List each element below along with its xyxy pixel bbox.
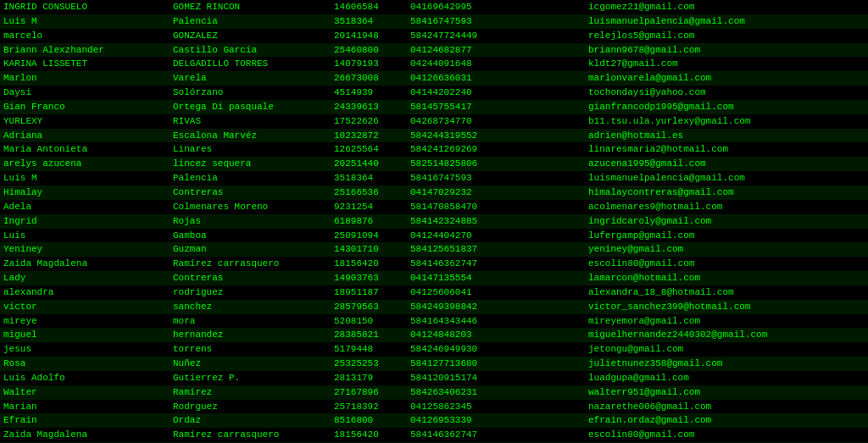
table-cell: 24339613 bbox=[331, 100, 407, 114]
table-cell: 04126636031 bbox=[407, 71, 509, 86]
table-cell bbox=[509, 0, 585, 14]
table-cell: miguel bbox=[0, 328, 170, 342]
table-cell: luismanuelpalencia@gmail.com bbox=[585, 14, 868, 29]
table-cell bbox=[509, 157, 585, 171]
table-cell: Maria Antonieta bbox=[0, 142, 170, 157]
table-cell bbox=[509, 186, 585, 200]
table-cell: Guzman bbox=[170, 242, 331, 257]
table-cell: 20251440 bbox=[331, 157, 407, 171]
table-cell: Walter bbox=[0, 385, 170, 400]
table-cell: ingridcaroly@gmail.com bbox=[585, 214, 868, 229]
table-cell: 582514825806 bbox=[407, 157, 509, 171]
table-cell: 04124404270 bbox=[407, 229, 509, 243]
table-row: MarianRodrguez2571839204125862345nazaret… bbox=[0, 400, 868, 414]
table-cell: 04169642995 bbox=[407, 0, 509, 14]
table-row: Luis MPalencia351836458416747593luismanu… bbox=[0, 14, 868, 29]
table-cell: Himalay bbox=[0, 186, 170, 200]
table-cell: 584247724449 bbox=[407, 29, 509, 43]
table-cell: lufergamp@gmail.com bbox=[585, 229, 868, 243]
table-cell: 584246949930 bbox=[407, 342, 509, 357]
table-row: Gian FrancoOrtega Di pasquale24339613581… bbox=[0, 100, 868, 114]
table-row: YenineyGuzman14301710584125651837yeniney… bbox=[0, 242, 868, 257]
table-cell bbox=[509, 71, 585, 86]
table-cell: 04125862345 bbox=[407, 400, 509, 414]
table-cell: Rosa bbox=[0, 357, 170, 371]
table-cell: Rodrguez bbox=[170, 400, 331, 414]
table-cell: 2813179 bbox=[331, 371, 407, 385]
table-cell: 28579563 bbox=[331, 300, 407, 314]
table-cell: Luis M bbox=[0, 14, 170, 29]
table-cell: escolin80@gmail.com bbox=[585, 257, 868, 271]
table-cell: nazarethe006@gmail.com bbox=[585, 400, 868, 414]
table-cell: luadgupa@gmail.com bbox=[585, 371, 868, 385]
table-row: LuisGamboa2509109404124404270lufergamp@g… bbox=[0, 229, 868, 243]
table-cell bbox=[509, 29, 585, 43]
table-cell: 584164343446 bbox=[407, 314, 509, 329]
table-cell bbox=[509, 413, 585, 428]
table-cell: linaresmaria2@hotmail.com bbox=[585, 142, 868, 157]
table-cell: 25166536 bbox=[331, 186, 407, 200]
data-table: INGRID CONSUELOGOMEZ RINCON1460658404169… bbox=[0, 0, 868, 443]
table-cell: rodriguez bbox=[170, 285, 331, 300]
table-row: jesustorrens5179448584246949930jetongu@g… bbox=[0, 342, 868, 357]
table-cell bbox=[509, 114, 585, 129]
table-cell: Marlon bbox=[0, 71, 170, 86]
table-cell: 5179448 bbox=[331, 342, 407, 357]
table-cell bbox=[509, 257, 585, 271]
table-cell bbox=[509, 271, 585, 285]
table-cell: 04144202240 bbox=[407, 86, 509, 100]
table-cell: Gamboa bbox=[170, 229, 331, 243]
table-cell bbox=[509, 171, 585, 186]
table-cell: Luis bbox=[0, 229, 170, 243]
table-cell: Solórzano bbox=[170, 86, 331, 100]
table-cell: victor bbox=[0, 300, 170, 314]
table-cell: walterr951@gmail.com bbox=[585, 385, 868, 400]
table-cell bbox=[509, 385, 585, 400]
table-cell bbox=[509, 357, 585, 371]
table-row: alexandrarodriguez1895118704125606041ale… bbox=[0, 285, 868, 300]
table-cell: 584241269269 bbox=[407, 142, 509, 157]
table-row: arelys azucenalincez sequera202514405825… bbox=[0, 157, 868, 171]
table-cell: icgomez21@gmail.com bbox=[585, 0, 868, 14]
table-cell: Varela bbox=[170, 71, 331, 86]
table-cell bbox=[509, 142, 585, 157]
table-cell: 14903763 bbox=[331, 271, 407, 285]
table-cell bbox=[509, 371, 585, 385]
table-cell bbox=[509, 200, 585, 214]
table-cell bbox=[509, 229, 585, 243]
table-cell: marlonvarela@gmail.com bbox=[585, 71, 868, 86]
table-cell: yeniney@gmail.com bbox=[585, 242, 868, 257]
table-cell bbox=[509, 57, 585, 71]
table-cell: 584249398842 bbox=[407, 300, 509, 314]
table-cell: 25718392 bbox=[331, 400, 407, 414]
table-cell: 3518364 bbox=[331, 14, 407, 29]
table-cell bbox=[509, 342, 585, 357]
table-cell: Adriana bbox=[0, 129, 170, 143]
table-cell bbox=[509, 129, 585, 143]
table-row: YURLEXYRIVAS1752262604268734770b11.tsu.u… bbox=[0, 114, 868, 129]
table-cell: 9231254 bbox=[331, 200, 407, 214]
table-cell: YURLEXY bbox=[0, 114, 170, 129]
table-cell bbox=[509, 43, 585, 58]
table-cell: Luis M bbox=[0, 171, 170, 186]
table-cell: 12625564 bbox=[331, 142, 407, 157]
table-cell: 18156420 bbox=[331, 257, 407, 271]
table-cell: 58416747593 bbox=[407, 14, 509, 29]
table-cell: RIVAS bbox=[170, 114, 331, 129]
table-cell bbox=[509, 86, 585, 100]
table-cell: Yeniney bbox=[0, 242, 170, 257]
table-row: Zaida MagdalenaRamírez carrasquero181564… bbox=[0, 428, 868, 442]
table-row: HimalayContreras2516653604147029232himal… bbox=[0, 186, 868, 200]
table-cell: 6189876 bbox=[331, 214, 407, 229]
table-cell: arelys azucena bbox=[0, 157, 170, 171]
table-cell: Ramirez bbox=[170, 385, 331, 400]
table-cell: 584142324885 bbox=[407, 214, 509, 229]
table-cell: 04126953339 bbox=[407, 413, 509, 428]
table-cell: Ingrid bbox=[0, 214, 170, 229]
table-row: Maria AntonietaLinares126255645842412692… bbox=[0, 142, 868, 157]
table-cell: luismanuelpalencia@gmail.com bbox=[585, 171, 868, 186]
table-cell bbox=[509, 14, 585, 29]
table-cell: Efrain bbox=[0, 413, 170, 428]
table-cell: 04124848203 bbox=[407, 328, 509, 342]
table-cell bbox=[509, 300, 585, 314]
